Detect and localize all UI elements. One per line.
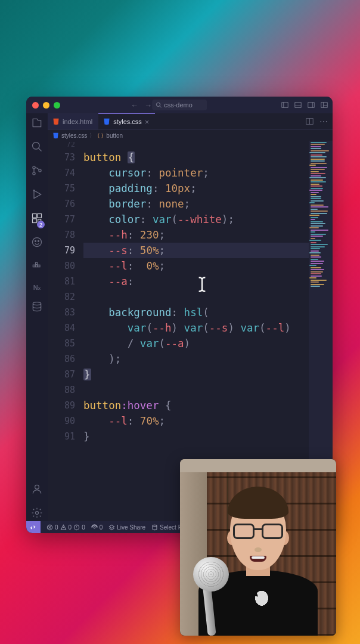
- tab-label: styles.css: [113, 118, 142, 125]
- css-file-icon: [52, 132, 59, 139]
- nav-back-button[interactable]: ←: [131, 101, 138, 110]
- svg-point-11: [33, 143, 40, 150]
- ceiling-background: [180, 459, 336, 472]
- svg-point-13: [33, 166, 35, 169]
- live-share-button[interactable]: Live Share: [108, 524, 145, 531]
- more-actions-button[interactable]: ⋯: [319, 117, 328, 126]
- explorer-button[interactable]: [31, 117, 43, 131]
- toggle-panel-left-icon[interactable]: [281, 101, 288, 109]
- svg-rect-4: [295, 103, 302, 108]
- remote-button[interactable]: [26, 521, 41, 533]
- svg-point-14: [33, 172, 35, 175]
- extensions-badge: 2: [37, 221, 45, 228]
- docker-button[interactable]: [31, 260, 43, 274]
- split-editor-icon[interactable]: [306, 117, 314, 125]
- copilot-button[interactable]: [31, 236, 43, 250]
- close-window-button[interactable]: [32, 102, 39, 109]
- svg-marker-16: [34, 190, 41, 198]
- svg-point-15: [39, 169, 41, 172]
- account-button[interactable]: [31, 483, 43, 497]
- breadcrumb[interactable]: styles.css 〉 button: [48, 130, 333, 141]
- nav-forward-button[interactable]: →: [144, 101, 152, 110]
- ports-button[interactable]: 0: [91, 524, 103, 531]
- svg-point-30: [35, 485, 39, 489]
- tab-index-html[interactable]: index.html: [48, 113, 98, 129]
- customize-layout-icon[interactable]: [321, 101, 328, 109]
- toggle-panel-right-icon[interactable]: [308, 101, 315, 109]
- window-controls: [32, 102, 60, 109]
- command-center[interactable]: css-demo: [152, 100, 207, 110]
- svg-rect-20: [33, 219, 37, 223]
- svg-rect-25: [33, 265, 35, 267]
- problems-button[interactable]: 0 0 0: [46, 524, 85, 531]
- workspace-name: css-demo: [164, 101, 193, 109]
- symbol-icon: [97, 132, 104, 139]
- settings-button[interactable]: [31, 507, 43, 521]
- html-file-icon: [52, 118, 60, 125]
- svg-rect-28: [36, 262, 38, 264]
- minimize-window-button[interactable]: [43, 102, 49, 109]
- svg-rect-6: [308, 103, 315, 108]
- titlebar: ← → css-demo: [26, 97, 333, 113]
- database-button[interactable]: [31, 301, 43, 315]
- svg-point-29: [33, 302, 41, 305]
- tab-bar: index.html styles.css × ⋯: [48, 113, 333, 130]
- svg-point-23: [35, 240, 36, 242]
- svg-point-0: [156, 103, 160, 106]
- css-file-icon: [103, 118, 110, 125]
- svg-rect-2: [282, 103, 288, 108]
- svg-rect-18: [33, 214, 37, 218]
- toggle-panel-bottom-icon[interactable]: [294, 101, 302, 109]
- svg-rect-19: [38, 214, 42, 218]
- svg-point-22: [33, 238, 42, 247]
- extensions-button[interactable]: 2: [31, 212, 43, 227]
- svg-rect-27: [38, 265, 40, 267]
- svg-rect-26: [36, 265, 38, 267]
- svg-point-41: [153, 525, 157, 527]
- maximize-window-button[interactable]: [54, 102, 60, 109]
- svg-line-1: [160, 106, 162, 108]
- debug-button[interactable]: [31, 188, 43, 203]
- breadcrumb-file: styles.css: [61, 132, 87, 139]
- source-control-button[interactable]: [31, 165, 43, 179]
- nx-button[interactable]: Nx: [33, 284, 41, 291]
- svg-point-24: [38, 240, 39, 242]
- svg-point-40: [94, 527, 95, 528]
- svg-rect-8: [321, 103, 328, 108]
- nav-arrows: ← →: [131, 101, 152, 110]
- svg-line-12: [39, 148, 42, 151]
- webcam-overlay: [180, 459, 336, 636]
- close-tab-button[interactable]: ×: [145, 117, 150, 126]
- line-number-gutter: 7273747576777879808182838485868788899091: [48, 141, 83, 521]
- search-icon: [156, 102, 162, 108]
- svg-point-31: [36, 512, 39, 515]
- layout-controls: [281, 101, 328, 109]
- breadcrumb-symbol: button: [106, 132, 123, 139]
- activity-bar: 2 Nx: [26, 113, 48, 521]
- tab-label: index.html: [63, 118, 92, 125]
- microphone: [190, 558, 232, 636]
- tab-styles-css[interactable]: styles.css ×: [98, 113, 155, 129]
- search-button[interactable]: [31, 141, 43, 155]
- chevron-right-icon: 〉: [89, 132, 95, 140]
